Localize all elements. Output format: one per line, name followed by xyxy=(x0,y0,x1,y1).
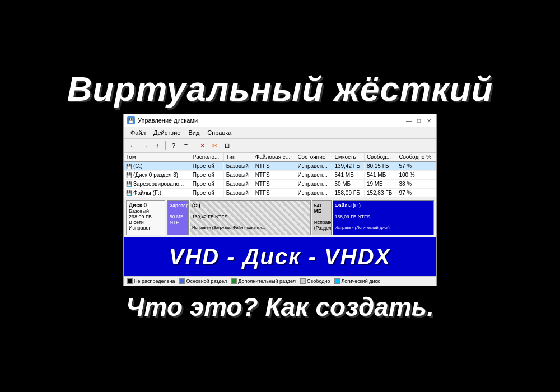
title-bottom: Что это? Как создать. xyxy=(126,292,434,322)
row-cell-3: NTFS xyxy=(253,189,295,198)
help-button[interactable]: ? xyxy=(168,140,179,151)
row-cell-2: Базовый xyxy=(223,162,253,171)
partition-sublabel: 139,42 ГБ NTFS xyxy=(192,214,309,220)
row-cell-6: 80,15 ГБ xyxy=(364,162,396,171)
legend-label: Основной раздел xyxy=(186,278,227,284)
partition-label: 541 МБ xyxy=(314,203,329,214)
disk-extra: Исправен xyxy=(129,225,162,231)
cut-button[interactable]: ✂ xyxy=(209,140,220,151)
legend-color-swatch xyxy=(127,278,133,284)
disk-management-window: 💾 Управление дисками — □ ✕ Файл Действие… xyxy=(123,114,437,286)
row-cell-5: 139,42 ГБ xyxy=(332,162,365,171)
titlebar-left: 💾 Управление дисками xyxy=(127,116,198,124)
disk-size: 298,09 ГБ xyxy=(129,214,162,220)
row-cell-4: Исправен... xyxy=(295,189,332,198)
row-name: 💾(Диск 0 раздел 3) xyxy=(124,171,190,180)
row-cell-6: 152,83 ГБ xyxy=(364,189,396,198)
legend-item: Логический диск xyxy=(334,278,380,284)
window-titlebar: 💾 Управление дисками — □ ✕ xyxy=(124,114,436,127)
partition-541[interactable]: 541 МБИсправен (Раздел xyxy=(312,200,332,235)
partition-sublabel: 50 МБ NTF xyxy=(170,214,186,225)
disk-type: Базовый xyxy=(129,208,162,214)
partition-reserved[interactable]: Зарезервы...50 МБ NTF xyxy=(167,200,189,235)
forward-button[interactable]: → xyxy=(139,140,151,151)
row-cell-7: 97 % xyxy=(396,189,436,198)
col-svobodno-pct: Свободно % xyxy=(396,153,436,162)
partition-sublabel2: Исправен (Загрузка, Файл подкачки... xyxy=(192,225,309,230)
row-cell-5: 50 МБ xyxy=(332,180,365,189)
page-container: Виртуальный жёсткий 💾 Управление дисками… xyxy=(0,0,560,392)
toolbar-separator-2 xyxy=(194,141,194,150)
disk-status: В сети xyxy=(129,220,162,225)
menu-view[interactable]: Вид xyxy=(185,128,203,137)
legend: Не распределенаОсновной разделДополнител… xyxy=(124,276,436,286)
row-cell-4: Исправен... xyxy=(295,171,332,180)
partition-label: (C:) xyxy=(192,203,309,208)
legend-label: Свободно xyxy=(307,278,330,284)
toolbar-separator-1 xyxy=(165,141,166,150)
partition-label: Зарезервы... xyxy=(170,203,186,208)
table-row[interactable]: 💾Файлы (F:)ПростойБазовыйNTFSИсправен...… xyxy=(124,189,436,198)
row-cell-1: Простой xyxy=(190,171,223,180)
disk-partitions: Зарезервы...50 МБ NTF(C:)139,42 ГБ NTFSИ… xyxy=(167,200,434,235)
row-cell-2: Базовый xyxy=(223,180,253,189)
col-raspolozhenie: Располо... xyxy=(190,153,223,162)
close-button[interactable]: ✕ xyxy=(425,116,433,124)
table-row[interactable]: 💾(C:)ПростойБазовыйNTFSИсправен...139,42… xyxy=(124,162,436,171)
up-button[interactable]: ↑ xyxy=(152,140,163,151)
row-cell-6: 19 МБ xyxy=(364,180,396,189)
disk-label: Диск 0 xyxy=(129,202,162,208)
row-cell-5: 158,09 ГБ xyxy=(332,189,365,198)
properties-button[interactable]: ⊞ xyxy=(221,140,232,151)
partition-sublabel2: Исправен (Логический диск) xyxy=(335,225,432,230)
maximize-button[interactable]: □ xyxy=(415,116,423,124)
volumes-table: Том Располо... Тип Файловая с... Состоян… xyxy=(124,153,436,198)
col-svobodno: Свобод... xyxy=(364,153,396,162)
legend-item: Основной раздел xyxy=(179,278,227,284)
row-cell-3: NTFS xyxy=(253,162,295,171)
partition-sublabel: Исправен (Раздел xyxy=(314,220,329,231)
title-top: Виртуальный жёсткий xyxy=(67,70,493,108)
col-sostoyanie: Состояние xyxy=(295,153,332,162)
disk-info: Диск 0 Базовый 298,09 ГБ В сети Исправен xyxy=(126,200,165,235)
menu-file[interactable]: Файл xyxy=(127,128,149,137)
col-emkost: Емкость xyxy=(332,153,365,162)
col-filesystem: Файловая с... xyxy=(253,153,295,162)
menu-help[interactable]: Справка xyxy=(204,128,235,137)
row-cell-3: NTFS xyxy=(253,180,295,189)
row-cell-5: 541 МБ xyxy=(332,171,365,180)
row-cell-2: Базовый xyxy=(223,189,253,198)
partition-sublabel: 158,09 ГБ NTFS xyxy=(335,214,432,220)
table-row[interactable]: 💾Зарезервировано...ПростойБазовыйNTFSИсп… xyxy=(124,180,436,189)
titlebar-controls: — □ ✕ xyxy=(405,116,433,124)
legend-color-swatch xyxy=(334,278,340,284)
legend-item: Не распределена xyxy=(127,278,175,284)
row-cell-2: Базовый xyxy=(223,171,253,180)
toolbar: ← → ↑ ? ≡ ✕ ✂ ⊞ xyxy=(124,139,436,153)
menubar: Файл Действие Вид Справка xyxy=(124,127,436,139)
row-cell-7: 57 % xyxy=(396,162,436,171)
partition-files[interactable]: Файлы (F:)158,09 ГБ NTFSИсправен (Логиче… xyxy=(333,200,434,235)
delete-button[interactable]: ✕ xyxy=(197,140,208,151)
legend-color-swatch xyxy=(179,278,185,284)
row-cell-1: Простой xyxy=(190,162,223,171)
legend-label: Дополнительный раздел xyxy=(238,278,296,284)
col-tip: Тип xyxy=(223,153,253,162)
minimize-button[interactable]: — xyxy=(405,116,413,124)
partition-c[interactable]: (C:)139,42 ГБ NTFSИсправен (Загрузка, Фа… xyxy=(190,200,311,235)
row-cell-7: 38 % xyxy=(396,180,436,189)
disk-map: Диск 0 Базовый 298,09 ГБ В сети Исправен… xyxy=(124,198,436,237)
back-button[interactable]: ← xyxy=(127,140,138,151)
window-icon: 💾 xyxy=(127,116,135,124)
menu-action[interactable]: Действие xyxy=(150,128,184,137)
col-tom: Том xyxy=(124,153,190,162)
row-cell-4: Исправен... xyxy=(295,162,332,171)
row-name: 💾Файлы (F:) xyxy=(124,189,190,198)
table-row[interactable]: 💾(Диск 0 раздел 3)ПростойБазовыйNTFSИспр… xyxy=(124,171,436,180)
row-name: 💾Зарезервировано... xyxy=(124,180,190,189)
window-title: Управление дисками xyxy=(138,117,198,124)
legend-label: Не распределена xyxy=(134,278,175,284)
vhd-text: VHD - Диск - VHDX xyxy=(169,244,391,269)
legend-item: Дополнительный раздел xyxy=(231,278,296,284)
menu-button[interactable]: ≡ xyxy=(180,140,192,151)
